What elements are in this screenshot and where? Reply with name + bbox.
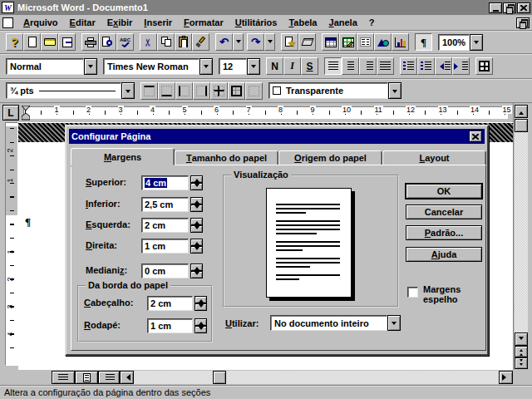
v-scroll-track[interactable] <box>515 118 528 332</box>
font-size-dropdown-button[interactable] <box>247 58 260 75</box>
style-dropdown-button[interactable] <box>84 58 97 75</box>
undo-dropdown-button[interactable] <box>233 33 244 51</box>
numbered-list-button[interactable] <box>400 57 417 75</box>
outline-view-button[interactable] <box>98 371 120 384</box>
superior-input[interactable]: 4 cm <box>141 175 189 190</box>
show-paragraph-marks-button[interactable]: ¶ <box>415 33 432 51</box>
scroll-down-button[interactable] <box>515 332 528 346</box>
dialog-close-button[interactable] <box>469 131 482 142</box>
inferior-spinner[interactable] <box>190 197 203 212</box>
align-left-button[interactable] <box>324 57 342 75</box>
right-border-button[interactable] <box>193 82 210 100</box>
menu-arquivo[interactable]: Arquivo <box>17 16 64 29</box>
left-border-button[interactable] <box>175 82 193 100</box>
hanging-indent-marker[interactable] <box>22 113 30 121</box>
shading-dropdown-button[interactable] <box>388 82 401 99</box>
zoom-value[interactable]: 100% <box>438 34 470 51</box>
page-layout-view-button[interactable] <box>75 371 98 384</box>
vertical-ruler[interactable]: 21 1234 <box>5 122 18 366</box>
document-control-icon[interactable] <box>2 17 13 28</box>
paste-button[interactable] <box>175 33 192 51</box>
cabecalho-input[interactable]: 2 cm <box>147 296 193 311</box>
zoom-dropdown-button[interactable] <box>470 34 483 51</box>
line-style-dropdown-button[interactable] <box>121 82 135 99</box>
print-preview-button[interactable] <box>99 33 116 51</box>
tab-tamanho-do-papel[interactable]: Tamanho do papel <box>175 150 278 165</box>
rodape-input[interactable]: 1 cm <box>147 318 193 333</box>
new-document-button[interactable] <box>23 33 41 51</box>
spin-down-icon[interactable] <box>190 183 203 190</box>
line-style-combobox[interactable]: ¾ pts <box>6 82 135 99</box>
cut-button[interactable]: ✂ <box>140 33 157 51</box>
v-scroll-thumb[interactable] <box>515 119 528 132</box>
first-line-indent-marker[interactable] <box>22 106 30 111</box>
menu-utilitarios[interactable]: Utilitários <box>229 16 283 29</box>
decrease-indent-button[interactable] <box>435 57 452 75</box>
align-right-button[interactable] <box>359 57 377 75</box>
horizontal-scrollbar[interactable] <box>0 370 513 385</box>
medianiz-input[interactable]: 0 cm <box>141 264 189 278</box>
bottom-border-button[interactable] <box>158 82 175 100</box>
insert-excel-button[interactable] <box>339 33 357 51</box>
shading-combobox[interactable]: Transparente <box>268 82 401 99</box>
tab-margens[interactable]: Margens <box>71 148 175 165</box>
inside-border-button[interactable] <box>210 82 228 100</box>
scroll-up-button[interactable] <box>515 105 528 118</box>
menu-editar[interactable]: Editar <box>64 16 101 29</box>
help-button[interactable]: ? <box>6 33 23 51</box>
spin-up-icon[interactable] <box>190 175 203 183</box>
style-value[interactable]: Normal <box>6 58 84 75</box>
menu-ajuda[interactable]: ? <box>363 16 381 29</box>
tab-origem-do-papel[interactable]: Origem do papel <box>278 150 382 165</box>
print-button[interactable] <box>81 33 99 51</box>
autoformat-button[interactable]: ★ <box>281 33 298 51</box>
menu-janela[interactable]: Janela <box>323 16 363 29</box>
redo-dropdown-button[interactable] <box>264 33 275 51</box>
scroll-right-button[interactable] <box>499 371 513 384</box>
normal-view-button[interactable] <box>52 371 75 384</box>
document-restore-button[interactable] <box>516 17 530 28</box>
justify-button[interactable] <box>377 57 394 75</box>
undo-button[interactable]: ↶ <box>215 33 233 51</box>
utilizar-combobox[interactable]: No documento inteiro <box>270 315 401 331</box>
esquerda-spinner[interactable] <box>190 218 203 233</box>
previous-page-button[interactable] <box>515 346 528 357</box>
rodape-spinner[interactable] <box>195 318 207 333</box>
next-page-button[interactable] <box>515 357 528 369</box>
zoom-combobox[interactable]: 100% <box>438 34 481 51</box>
copy-button[interactable] <box>157 33 175 51</box>
open-button[interactable] <box>41 33 58 51</box>
font-combobox[interactable]: Times New Roman <box>103 58 213 75</box>
style-combobox[interactable]: Normal <box>6 58 97 75</box>
increase-indent-button[interactable] <box>452 57 470 75</box>
cabecalho-spinner[interactable] <box>195 296 207 311</box>
font-value[interactable]: Times New Roman <box>103 58 200 75</box>
horizontal-ruler[interactable]: L 123456789101112131415 <box>0 103 513 122</box>
save-button[interactable] <box>58 33 76 51</box>
font-dropdown-button[interactable] <box>200 58 213 75</box>
margens-espelho-checkbox[interactable] <box>407 287 418 298</box>
minimize-button[interactable] <box>489 2 502 13</box>
scroll-left-button[interactable] <box>120 371 134 384</box>
outside-border-button[interactable] <box>228 82 245 100</box>
direita-input[interactable]: 1 cm <box>141 239 189 254</box>
top-border-button[interactable] <box>140 82 158 100</box>
ajuda-button[interactable]: Ajuda <box>406 247 482 262</box>
inferior-input[interactable]: 2,5 cm <box>141 197 189 212</box>
align-center-button[interactable] <box>342 57 359 75</box>
cancelar-button[interactable]: Cancelar <box>406 204 482 219</box>
menu-tabela[interactable]: Tabela <box>283 16 323 29</box>
chart-button[interactable] <box>392 33 409 51</box>
utilizar-dropdown-button[interactable] <box>387 315 401 331</box>
spelling-button[interactable]: ABC <box>116 33 134 51</box>
menu-exibir[interactable]: Exibir <box>101 16 139 29</box>
columns-button[interactable] <box>357 33 374 51</box>
autotext-button[interactable] <box>298 33 316 51</box>
redo-button[interactable]: ↷ <box>247 33 264 51</box>
h-scroll-thumb[interactable] <box>213 371 226 384</box>
menu-formatar[interactable]: Formatar <box>178 16 229 29</box>
dialog-titlebar[interactable]: Configurar Página <box>69 129 485 144</box>
font-size-combobox[interactable]: 12 <box>219 58 260 75</box>
padrao-button[interactable]: Padrão... <box>406 225 482 240</box>
no-border-button[interactable] <box>245 82 263 100</box>
